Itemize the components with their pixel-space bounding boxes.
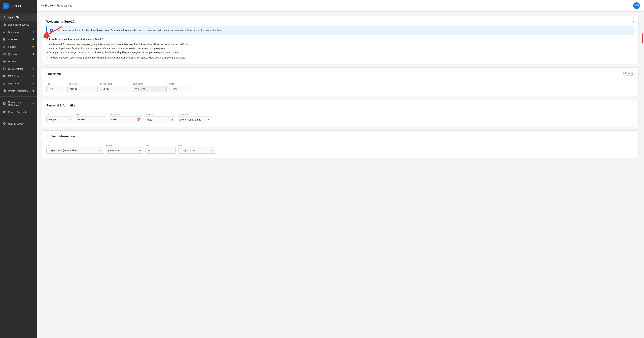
- finra-icon: [3, 45, 6, 48]
- sidebar-item-label: Carrier Contracts: [8, 111, 34, 114]
- user-avatar[interactable]: KW: [633, 2, 640, 9]
- sidebar-item-carrier-contracts[interactable]: Carrier Contracts: [0, 108, 37, 116]
- title-field: Title: [46, 83, 65, 92]
- surcelc-id: SureLC ID# 5981925: [623, 72, 634, 77]
- badge-red: [32, 103, 34, 104]
- npn-input[interactable]: [76, 117, 106, 123]
- phone-field: Phone * ✏: [106, 144, 143, 154]
- gender-select[interactable]: Male Female: [145, 117, 175, 123]
- sidebar-item-licenses[interactable]: Licenses: [0, 36, 37, 43]
- phone-input[interactable]: [106, 147, 143, 154]
- info-banner: i This is your profile for contracting t…: [46, 26, 634, 35]
- sidebar-item-label: Contracting Requests: [8, 101, 30, 106]
- marital-status-select[interactable]: Select marital status Single Married: [178, 117, 211, 123]
- phone-input-wrapper: ✏: [106, 147, 143, 154]
- fax-input[interactable]: [146, 147, 176, 154]
- breadcrumb: My Profile › Producer Info: [41, 4, 72, 7]
- main-content: My Profile › Producer Info KW Welcome to…: [37, 0, 644, 338]
- full-name-header: Full Name SureLC ID# 5981925: [46, 72, 634, 79]
- breadcrumb-separator: ›: [54, 4, 55, 7]
- license-icon: [3, 38, 6, 41]
- gender-label: Gender *: [145, 114, 175, 116]
- fax-label: Fax: [146, 144, 176, 147]
- cell-input-wrapper: ✏: [178, 147, 215, 154]
- sidebar-item-label: My Profile: [8, 16, 34, 19]
- training-icon: [3, 67, 6, 70]
- sidebar-item-label: Licenses: [8, 38, 30, 41]
- contact-info-title: Contact information: [46, 135, 75, 138]
- calendar-icon[interactable]: 📅: [137, 118, 140, 121]
- suffix-input[interactable]: [169, 86, 191, 92]
- last-name-input[interactable]: [133, 86, 166, 92]
- first-name-label: First Name *: [68, 83, 98, 85]
- sidebar-item-signature[interactable]: Signature: [0, 80, 37, 87]
- contracting-icon: [3, 102, 6, 105]
- sidebar-item-finra[interactable]: FINRA: [0, 43, 37, 50]
- edit-email-icon[interactable]: ✏: [100, 149, 102, 152]
- badge-yellow: [32, 38, 34, 40]
- email-label: Email *: [46, 144, 103, 147]
- badge-red: [32, 83, 34, 84]
- eye-icon[interactable]: 👁: [69, 118, 72, 121]
- email-input[interactable]: [46, 147, 103, 154]
- app-name: SureLC: [10, 4, 22, 8]
- marital-status-field: Marital Status Select marital status Sin…: [178, 114, 211, 123]
- sidebar-item-label: Signature: [8, 82, 30, 85]
- npn-label: NPN: [76, 114, 106, 116]
- badge-red: [32, 68, 34, 70]
- suffix-label: Suffix: [169, 83, 191, 85]
- marital-status-label: Marital Status: [178, 114, 211, 116]
- sidebar-contracting-section: Contracting Requests Carrier Contracts: [0, 97, 37, 117]
- breadcrumb-parent[interactable]: My Profile: [41, 4, 53, 7]
- page-content: Welcome to SureLC ∧ i This is your profi…: [37, 11, 644, 338]
- business-icon: [3, 23, 6, 26]
- help-icon: [3, 122, 6, 125]
- signature-icon: [3, 82, 6, 85]
- ssn-label: SSN: [46, 114, 73, 116]
- sidebar-item-history[interactable]: History: [0, 58, 37, 65]
- app-logo[interactable]: S SureLC: [0, 0, 37, 12]
- edit-cell-icon[interactable]: ✏: [211, 149, 214, 152]
- badge-yellow: [32, 90, 34, 92]
- cell-input[interactable]: [178, 147, 215, 154]
- bank-icon: [3, 30, 6, 34]
- fax-field: Fax: [146, 144, 176, 154]
- dob-label: Date of Birth: [109, 114, 142, 116]
- collapse-button[interactable]: ∧: [632, 20, 634, 23]
- sidebar-item-help-support[interactable]: Help & Support: [0, 120, 37, 127]
- contact-info-form-row: Email * ✏ Phone * ✏ Fax: [46, 144, 634, 154]
- sidebar-support-section: Help & Support: [0, 119, 37, 129]
- last-name-field: Last Name: [133, 83, 166, 92]
- edit-phone-icon[interactable]: ✏: [139, 149, 141, 152]
- documents-icon: [3, 89, 6, 92]
- scroll-indicator: [642, 33, 643, 43]
- middle-name-field: Middle Name: [100, 83, 130, 92]
- sidebar-item-label: Bank Info: [8, 31, 30, 33]
- first-name-input[interactable]: [68, 86, 98, 92]
- person-icon: [3, 15, 6, 19]
- sidebar-item-doing-business-as[interactable]: Doing Business As: [0, 21, 37, 28]
- sidebar-item-label: Help & Support: [8, 122, 34, 125]
- full-name-form-row: Title First Name * Middle Name Last Name: [46, 83, 634, 92]
- sidebar-item-contracting-requests[interactable]: Contracting Requests: [0, 99, 37, 108]
- cell-label: Cell: [178, 144, 215, 147]
- sidebar-item-my-profile[interactable]: My Profile: [0, 13, 37, 21]
- sidebar-item-eo-insurance[interactable]: E&O Insurance: [0, 72, 37, 80]
- dob-input-wrapper: 📅: [109, 117, 142, 123]
- sidebar-main-section: My Profile Doing Business As Bank Info L…: [0, 12, 37, 96]
- welcome-title: Welcome to SureLC: [46, 20, 75, 23]
- gender-field: Gender * Male Female: [145, 114, 175, 123]
- carrier-icon: [3, 110, 6, 114]
- sidebar-item-questions[interactable]: Questions: [0, 50, 37, 58]
- history-icon: [3, 60, 6, 63]
- sidebar-item-ce-training[interactable]: CE & Training: [0, 65, 37, 72]
- full-name-card: Full Name SureLC ID# 5981925 Title First…: [42, 67, 639, 96]
- cell-field: Cell ✏: [178, 144, 215, 154]
- title-input[interactable]: [46, 86, 65, 92]
- sidebar-item-profile-documents[interactable]: Profile Documents: [0, 87, 37, 94]
- middle-name-input[interactable]: [100, 86, 130, 92]
- sidebar-item-bank-info[interactable]: Bank Info: [0, 28, 37, 36]
- sidebar-item-label: CE & Training: [8, 67, 30, 70]
- personal-info-title: Personal information: [46, 104, 76, 107]
- personal-info-card: Personal information SSN 👁 NPN: [42, 100, 639, 127]
